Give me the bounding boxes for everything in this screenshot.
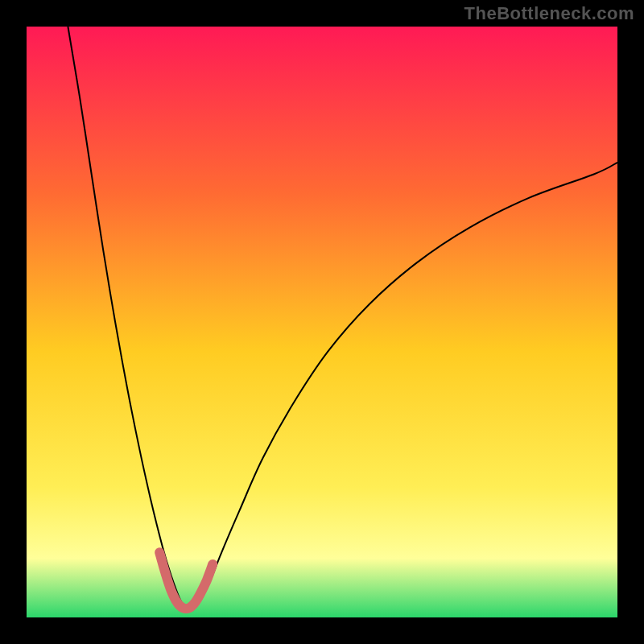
chart-frame: TheBottleneck.com — [0, 0, 644, 644]
bottleneck-chart — [0, 0, 644, 644]
watermark-text: TheBottleneck.com — [464, 3, 634, 24]
